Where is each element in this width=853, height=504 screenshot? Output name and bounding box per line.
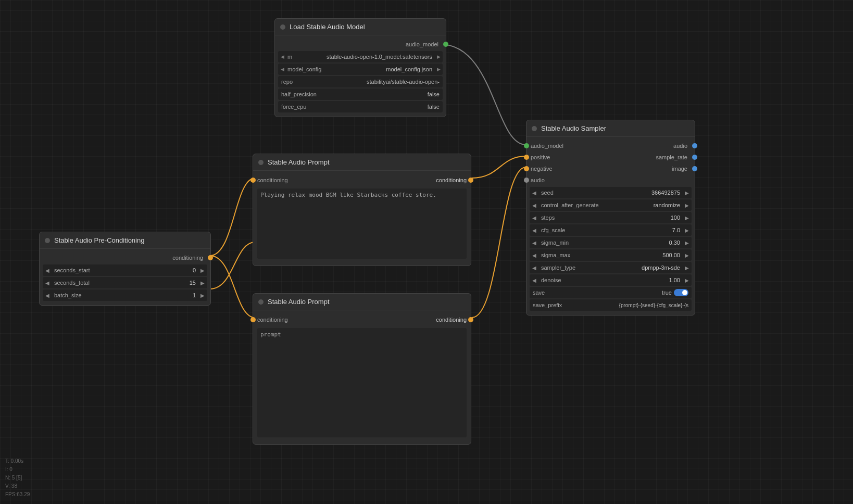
conditioning-right-connector: [468, 178, 473, 183]
field-right-arrow[interactable]: ▶: [434, 51, 443, 62]
pre-conditioning-output-connector: [208, 255, 213, 260]
pre-conditioning-dot: [45, 238, 50, 243]
steps-row[interactable]: ◀ steps 100 ▶: [530, 212, 692, 223]
save-prefix-label: save_prefix: [533, 302, 619, 308]
sigma-max-right-arrow[interactable]: ▶: [682, 249, 692, 261]
pre-conditioning-output-row: conditioning: [40, 252, 210, 263]
field-model-value: stable-audio-open-1.0_model.safetensors: [327, 54, 434, 60]
steps-right-arrow[interactable]: ▶: [682, 212, 692, 223]
negative-prompt-textarea[interactable]: prompt: [257, 328, 467, 437]
neg-conditioning-left-connector: [250, 317, 256, 322]
sampler-type-right-arrow[interactable]: ▶: [682, 262, 692, 273]
prompt-negative-dot: [258, 299, 264, 305]
sigma-max-value: 500.00: [660, 252, 682, 258]
seed-row[interactable]: ◀ seed 366492875 ▶: [530, 187, 692, 198]
cfg-scale-left-arrow[interactable]: ◀: [530, 224, 539, 236]
seconds-start-value: 0: [191, 267, 198, 273]
output-audio-model-connector: [443, 42, 448, 47]
save-toggle[interactable]: [674, 289, 688, 296]
save-prefix-value: {prompt}-{seed}-{cfg_scale}-{s: [619, 303, 688, 308]
seconds-total-right-arrow[interactable]: ▶: [198, 277, 207, 288]
seconds-start-row[interactable]: ◀ seconds_start 0 ▶: [43, 264, 207, 276]
load-audio-model-header: Load Stable Audio Model: [275, 19, 446, 35]
save-value: true: [662, 289, 672, 296]
seconds-total-label: seconds_total: [52, 280, 187, 286]
denoise-left-arrow[interactable]: ◀: [530, 274, 539, 286]
field-left-arrow[interactable]: ◀: [278, 51, 286, 62]
model-config-field[interactable]: ◀ model_config model_config.json ▶: [278, 64, 443, 75]
seconds-total-row[interactable]: ◀ seconds_total 15 ▶: [43, 277, 207, 288]
seconds-start-label: seconds_start: [52, 267, 191, 273]
seconds-start-left-arrow[interactable]: ◀: [43, 264, 52, 276]
output-audio-model-row: audio_model: [275, 39, 446, 50]
seconds-total-value: 15: [187, 280, 198, 286]
seed-right-arrow[interactable]: ▶: [682, 187, 692, 198]
sampler-type-label: sampler_type: [539, 264, 639, 271]
pre-conditioning-header: Stable Audio Pre-Conditioning: [40, 232, 210, 249]
field-config-value: model_config.json: [386, 66, 434, 72]
sigma-min-left-arrow[interactable]: ◀: [530, 237, 539, 248]
sigma-max-left-arrow[interactable]: ◀: [530, 249, 539, 261]
repo-value: stabilityai/stable-audio-open-: [367, 79, 440, 85]
model-file-field[interactable]: ◀ m stable-audio-open-1.0_model.safetens…: [278, 51, 443, 62]
cfg-scale-right-arrow[interactable]: ▶: [682, 224, 692, 236]
control-after-label: control_after_generate: [539, 202, 651, 208]
pre-conditioning-body: conditioning ◀ seconds_start 0 ▶ ◀ secon…: [40, 249, 210, 305]
prompt-positive-header: Stable Audio Prompt: [253, 154, 471, 171]
sampler-audio-model-left-connector: [524, 143, 529, 148]
output-audio-model-label: audio_model: [406, 41, 438, 47]
positive-prompt-textarea[interactable]: Playing relax mood BGM like Starbacks co…: [257, 188, 467, 259]
half-precision-label: half_precision: [281, 91, 428, 97]
sampler-positive-input-label: positive: [531, 154, 656, 160]
control-after-left-arrow[interactable]: ◀: [530, 199, 539, 211]
cfg-scale-row[interactable]: ◀ cfg_scale 7.0 ▶: [530, 224, 692, 236]
prompt-positive-connector-row: conditioning conditioning: [253, 174, 471, 186]
seconds-total-left-arrow[interactable]: ◀: [43, 277, 52, 288]
sampler-image-label: image: [672, 166, 687, 172]
prompt-negative-header: Stable Audio Prompt: [253, 294, 471, 310]
sampler-body: audio_model audio positive sample_rate n…: [526, 137, 695, 315]
sigma-min-row[interactable]: ◀ sigma_min 0.30 ▶: [530, 237, 692, 248]
denoise-right-arrow[interactable]: ▶: [682, 274, 692, 286]
stats-items: I: 0: [5, 465, 30, 474]
seed-label: seed: [539, 190, 649, 196]
sampler-type-row[interactable]: ◀ sampler_type dpmpp-3m-sde ▶: [530, 262, 692, 273]
sampler-type-left-arrow[interactable]: ◀: [530, 262, 539, 273]
control-after-right-arrow[interactable]: ▶: [682, 199, 692, 211]
prompt-negative-body: conditioning conditioning prompt: [253, 310, 471, 444]
field-config-right-arrow[interactable]: ▶: [434, 64, 443, 75]
pre-conditioning-title: Stable Audio Pre-Conditioning: [54, 236, 144, 244]
control-after-generate-row[interactable]: ◀ control_after_generate randomize ▶: [530, 199, 692, 211]
sampler-positive-left-connector: [524, 155, 529, 160]
sigma-min-value: 0.30: [667, 240, 682, 246]
save-value-container: true: [662, 289, 688, 296]
neg-conditioning-right-label: conditioning: [436, 317, 467, 323]
sampler-image-connector: [692, 166, 697, 171]
batch-size-label: batch_size: [52, 292, 191, 298]
field-config-left-arrow[interactable]: ◀: [278, 64, 286, 75]
prompt-positive-dot: [258, 160, 264, 165]
load-audio-model-body: audio_model ◀ m stable-audio-open-1.0_mo…: [275, 35, 446, 117]
batch-size-row[interactable]: ◀ batch_size 1 ▶: [43, 289, 207, 301]
denoise-row[interactable]: ◀ denoise 1.00 ▶: [530, 274, 692, 286]
denoise-value: 1.00: [667, 277, 682, 283]
stats-overlay: T: 0.00s I: 0 N: 5 [5] V: 38 FPS:63.29: [5, 457, 30, 499]
repo-label: repo: [281, 79, 367, 85]
sampler-audio-output-connector: [692, 143, 697, 148]
sigma-max-row[interactable]: ◀ sigma_max 500.00 ▶: [530, 249, 692, 261]
sampler-audio-model-input-label: audio_model: [531, 143, 673, 149]
save-prefix-row: save_prefix {prompt}-{seed}-{cfg_scale}-…: [530, 299, 692, 311]
sampler-audio-input-label: audio: [531, 177, 545, 183]
sigma-min-right-arrow[interactable]: ▶: [682, 237, 692, 248]
batch-size-right-arrow[interactable]: ▶: [198, 289, 207, 301]
batch-size-left-arrow[interactable]: ◀: [43, 289, 52, 301]
pre-conditioning-node: Stable Audio Pre-Conditioning conditioni…: [39, 232, 211, 306]
seed-left-arrow[interactable]: ◀: [530, 187, 539, 198]
half-precision-field: half_precision false: [278, 89, 443, 100]
steps-left-arrow[interactable]: ◀: [530, 212, 539, 223]
neg-conditioning-right-connector: [468, 317, 473, 322]
seconds-start-right-arrow[interactable]: ▶: [198, 264, 207, 276]
sampler-negative-left-connector: [524, 166, 529, 171]
node-status-dot: [280, 24, 285, 30]
cfg-scale-label: cfg_scale: [539, 227, 670, 233]
